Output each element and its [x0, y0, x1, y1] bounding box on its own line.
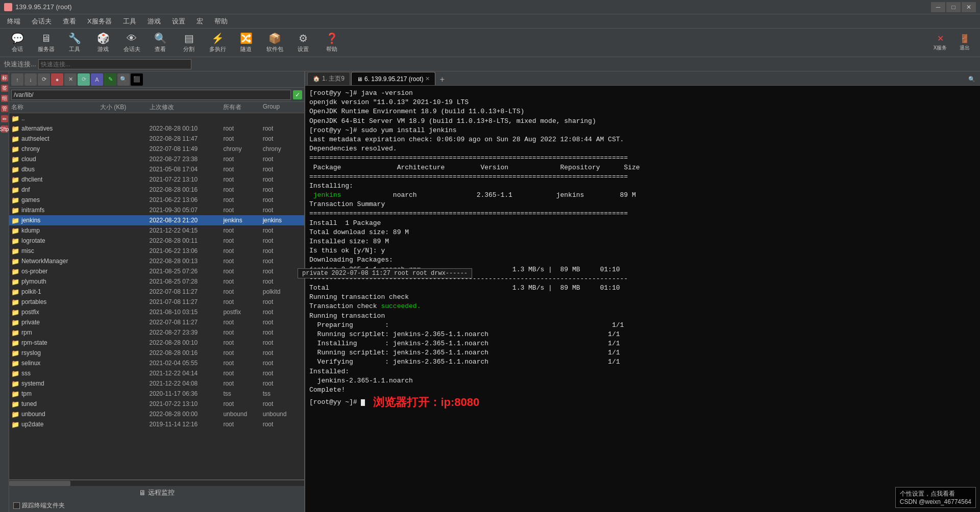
terminal-content[interactable]: [root@yy ~]# java -versionopenjdk versio… [305, 86, 980, 512]
menu-terminal[interactable]: 终端 [2, 16, 26, 27]
check-icon[interactable]: ✓ [293, 90, 302, 99]
table-row[interactable]: 📁 rsyslog 2022-08-28 00:16 root root [9, 348, 304, 358]
tab-home[interactable]: 🏠 1. 主页9 [307, 72, 350, 85]
tab-active[interactable]: 🖥 6. 139.9.95.217 (root) ✕ [351, 72, 435, 85]
table-row[interactable]: 📁 selinux 2021-02-04 05:55 root root [9, 358, 304, 368]
tool-server[interactable]: 🖥 服务器 [33, 30, 59, 56]
table-row[interactable]: 📁 portables 2021-07-08 11:27 root root [9, 297, 304, 307]
menu-help[interactable]: 帮助 [209, 16, 233, 27]
file-group: root [263, 125, 302, 132]
file-refresh-btn[interactable]: ⟳ [38, 73, 50, 86]
tool-session[interactable]: 💬 会话 [4, 30, 31, 56]
tool-xserver-right[interactable]: ✕ X服务 [929, 30, 951, 56]
scrollbar-thumb[interactable] [9, 481, 70, 486]
table-row[interactable]: 📁 rpm-state 2022-08-28 00:10 root root [9, 338, 304, 348]
menu-macro[interactable]: 宏 [191, 16, 208, 27]
table-row[interactable]: 📁 tpm 2020-11-17 06:36 tss tss [9, 389, 304, 399]
file-reload-btn[interactable]: ⟳ [78, 73, 90, 86]
minimize-button[interactable]: ─ [931, 2, 945, 12]
sidebar-icon-4[interactable]: 管 [1, 105, 8, 112]
tool-games[interactable]: 🎲 游戏 [90, 30, 116, 56]
table-row[interactable]: 📁 cloud 2022-08-27 23:38 root root [9, 154, 304, 164]
address-input[interactable] [11, 90, 291, 100]
tab-search-button[interactable]: 🔍 [966, 73, 978, 85]
file-search-btn[interactable]: 🔍 [117, 73, 130, 86]
follow-terminal-checkbox[interactable] [13, 502, 20, 509]
file-group: root [263, 227, 302, 234]
sidebar-icon-6[interactable]: Sftp [1, 125, 8, 133]
table-row[interactable]: 📁 NetworkManager 2022-08-28 00:13 root r… [9, 256, 304, 266]
scrollbar-horizontal[interactable] [9, 480, 304, 486]
col-header-group: Group [263, 103, 302, 112]
table-row[interactable]: 📁 jenkins 2022-08-23 21:20 jenkins jenki… [9, 215, 304, 225]
table-row[interactable]: 📁 kdump 2021-12-22 04:15 root root [9, 225, 304, 236]
menu-games[interactable]: 游戏 [142, 16, 166, 27]
file-owner: root [223, 319, 262, 326]
table-row[interactable]: 📁 chrony 2022-07-08 11:49 chrony chrony [9, 144, 304, 154]
quick-label: 快速连接... [4, 60, 36, 69]
file-down-btn[interactable]: ↓ [24, 73, 37, 86]
menu-view[interactable]: 查看 [58, 16, 81, 27]
table-row[interactable]: 📁 rpm 2022-08-27 23:39 root root [9, 327, 304, 338]
table-row[interactable]: 📁 polkit-1 2022-07-08 11:27 root polkitd [9, 287, 304, 297]
table-row[interactable]: 📁 sss 2021-12-22 04:14 root root [9, 368, 304, 378]
quick-input[interactable] [38, 59, 191, 69]
close-button[interactable]: ✕ [962, 2, 976, 12]
tool-split[interactable]: ▤ 分割 [176, 30, 202, 56]
table-row[interactable]: 📁 dbus 2021-05-08 17:04 root root [9, 164, 304, 174]
maximize-button[interactable]: □ [946, 2, 961, 12]
table-row[interactable]: 📁 systemd 2021-12-22 04:08 root root [9, 378, 304, 389]
file-edit-btn[interactable]: ✎ [104, 73, 116, 86]
table-row[interactable]: 📁 unbound 2022-08-28 00:00 unbound unbou… [9, 409, 304, 419]
tab-close-icon[interactable]: ✕ [425, 75, 430, 82]
popup-bar: private 2022-07-08 11:27 root root drwx-… [298, 268, 472, 278]
table-row[interactable]: 📁 alternatives 2022-08-28 00:10 root roo… [9, 123, 304, 134]
folder-icon: 📁 [11, 156, 19, 163]
menu-tools[interactable]: 工具 [118, 16, 141, 27]
sidebar-icon-5[interactable]: ✏ [1, 115, 8, 122]
table-row[interactable]: 📁 dnf 2022-08-28 00:16 root root [9, 185, 304, 195]
terminal-line: Last metadata expiration check: 0:06:09 … [309, 135, 976, 144]
table-row[interactable]: 📁 .. [9, 113, 304, 123]
file-date: 2022-08-27 23:38 [150, 156, 224, 163]
table-row[interactable]: 📁 games 2021-06-22 13:06 root root [9, 195, 304, 205]
table-row[interactable]: 📁 logrotate 2022-08-28 00:11 root root [9, 236, 304, 246]
tool-session2[interactable]: 👁 会话夫 [118, 30, 145, 56]
sidebar-icon-3[interactable]: 组 [1, 95, 8, 102]
file-home-btn[interactable]: ● [51, 73, 63, 86]
tool-help[interactable]: ❓ 帮助 [318, 30, 345, 56]
menu-session[interactable]: 会话夫 [27, 16, 57, 27]
tool-settings[interactable]: ⚙ 设置 [290, 30, 316, 56]
tab-new-button[interactable]: + [436, 74, 448, 85]
table-row[interactable]: 📁 os-prober 2021-08-25 07:26 root root [9, 266, 304, 276]
table-row[interactable]: 📁 plymouth 2021-08-25 07:28 root root [9, 276, 304, 287]
tool-package[interactable]: 📦 软件包 [261, 30, 288, 56]
table-row[interactable]: 📁 postfix 2021-08-10 03:15 postfix root [9, 307, 304, 317]
remote-monitor-button[interactable]: 🖥 远程监控 [9, 486, 304, 499]
tool-tools[interactable]: 🔧 工具 [61, 30, 88, 56]
menu-settings[interactable]: 设置 [167, 16, 190, 27]
terminal-line: openjdk version "11.0.13" 2021-10-19 LTS [309, 98, 976, 107]
file-new-btn[interactable]: ✕ [64, 73, 77, 86]
table-row[interactable]: 📁 dhclient 2021-07-22 13:10 root root [9, 174, 304, 185]
terminal-prompt: [root@yy ~]# [309, 398, 365, 407]
sidebar-icon-2[interactable]: 签 [1, 85, 8, 92]
table-row[interactable]: 📁 authselect 2022-08-28 11:47 root root [9, 134, 304, 144]
table-row[interactable]: 📁 initramfs 2021-09-30 05:07 root root [9, 205, 304, 215]
sidebar-icon-1[interactable]: 标 [1, 74, 8, 82]
file-up-btn[interactable]: ↑ [11, 73, 23, 86]
file-group: root [263, 176, 302, 183]
table-row[interactable]: 📁 up2date 2019-11-14 12:16 root root [9, 419, 304, 429]
table-row[interactable]: 📁 misc 2021-06-22 13:06 root root [9, 246, 304, 256]
table-row[interactable]: 📁 tuned 2021-07-22 13:10 root root [9, 399, 304, 409]
tool-view[interactable]: 🔍 查看 [147, 30, 174, 56]
tool-multi[interactable]: ⚡ 多执行 [204, 30, 231, 56]
folder-icon: 📁 [11, 166, 19, 173]
menu-xserver[interactable]: X服务器 [82, 16, 117, 27]
file-a-btn[interactable]: A [91, 73, 103, 86]
watermark[interactable]: 个性设置，点我看看 CSDN @weixn_46774564 [895, 487, 976, 508]
table-row[interactable]: 📁 private 2022-07-08 11:27 root root [9, 317, 304, 327]
tool-tunnel[interactable]: 🔀 隧道 [233, 30, 259, 56]
file-black-btn[interactable]: ⬛ [131, 73, 143, 86]
tool-exit[interactable]: 🚪 退出 [953, 30, 976, 56]
